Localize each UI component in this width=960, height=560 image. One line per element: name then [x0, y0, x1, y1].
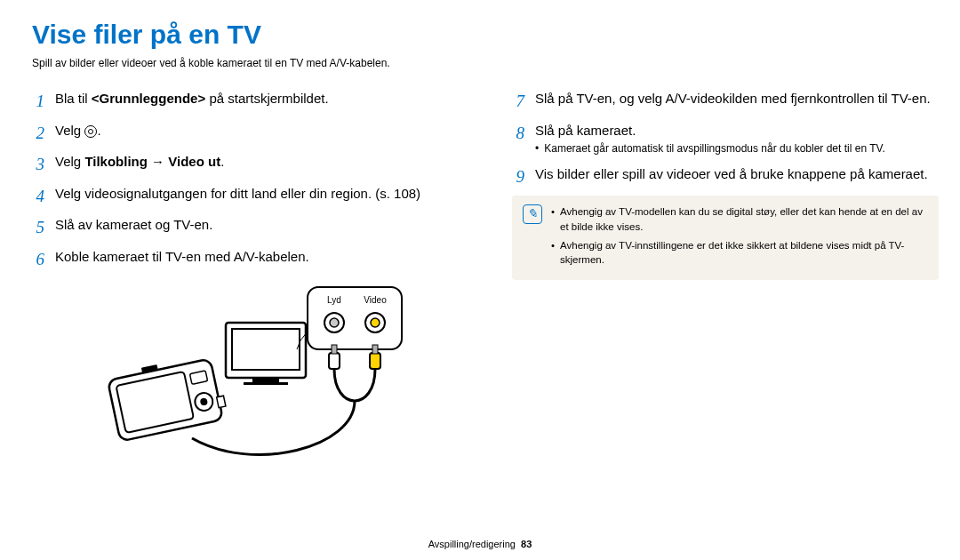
camera-icon [107, 353, 228, 442]
svg-rect-3 [244, 382, 288, 385]
right-column: 7 Slå på TV-en, og velg A/V-videokilden … [512, 89, 939, 513]
svg-rect-21 [217, 396, 226, 408]
note-list: Avhengig av TV-modellen kan du se digita… [551, 204, 928, 271]
steps-right: 7 Slå på TV-en, og velg A/V-videokilden … [512, 89, 939, 188]
step-pre: Velg [55, 154, 84, 169]
step-sub-bullet: Kameraet går automatisk til avspillingsm… [535, 141, 885, 156]
step-2: 2 Velg . [32, 121, 476, 146]
step-bold: Tilkobling → Video ut [84, 154, 220, 169]
content-columns: 1 Bla til <Grunnleggende> på startskjerm… [32, 89, 928, 513]
tv-icon [226, 323, 306, 385]
step-4: 4 Velg videosignalutgangen for ditt land… [32, 184, 476, 209]
step-number: 4 [32, 184, 44, 209]
step-text: Velg . [55, 121, 101, 140]
step-number: 8 [512, 121, 524, 146]
step-number: 2 [32, 121, 44, 146]
step-main: Slå på kameraet. [535, 123, 636, 138]
step-text: Koble kameraet til TV-en med A/V-kabelen… [55, 247, 309, 267]
page-subtitle: Spill av bilder eller videoer ved å kobl… [32, 57, 928, 69]
step-9: 9 Vis bilder eller spill av videoer ved … [512, 164, 939, 189]
step-bold: <Grunnleggende> [92, 91, 205, 106]
step-post: . [97, 123, 100, 138]
step-3: 3 Velg Tilkobling → Video ut. [32, 152, 476, 177]
note-item: Avhengig av TV-modellen kan du se digita… [551, 204, 928, 234]
connection-diagram: Lyd Video [76, 278, 414, 509]
step-text: Velg videosignalutgangen for ditt land e… [55, 184, 420, 204]
step-number: 5 [32, 215, 44, 240]
step-text: Bla til <Grunnleggende> på startskjermbi… [55, 89, 329, 108]
step-text: Vis bilder eller spill av videoer ved å … [535, 164, 928, 184]
steps-left: 1 Bla til <Grunnleggende> på startskjerm… [32, 89, 476, 271]
video-label: Video [364, 295, 387, 305]
note-text: Avhengig av TV-innstillingene er det ikk… [560, 238, 928, 268]
step-number: 9 [512, 164, 524, 189]
step-text: Slå av kameraet og TV-en. [55, 215, 212, 235]
step-text: Velg Tilkobling → Video ut. [55, 152, 224, 172]
step-number: 1 [32, 89, 44, 114]
note-item: Avhengig av TV-innstillingene er det ikk… [551, 238, 928, 268]
step-5: 5 Slå av kameraet og TV-en. [32, 215, 476, 240]
svg-rect-11 [329, 353, 340, 369]
svg-rect-2 [252, 378, 279, 382]
footer-section: Avspilling/redigering [428, 539, 516, 549]
note-box: ✎ Avhengig av TV-modellen kan du se digi… [512, 196, 939, 280]
step-text: Slå på TV-en, og velg A/V-videokilden me… [535, 89, 931, 108]
audio-label: Lyd [327, 295, 341, 305]
page-footer: Avspilling/redigering 83 [0, 539, 960, 549]
settings-icon [84, 125, 97, 138]
step-pre: Velg [55, 123, 84, 138]
svg-rect-14 [372, 345, 378, 354]
step-post: på startskjermbildet. [205, 91, 328, 106]
svg-rect-4 [308, 287, 402, 349]
step-sub-text: Kameraet går automatisk til avspillingsm… [544, 141, 885, 156]
step-post: . [220, 154, 224, 169]
note-icon: ✎ [523, 204, 542, 224]
svg-point-10 [371, 318, 380, 327]
svg-rect-1 [232, 329, 300, 370]
step-6: 6 Koble kameraet til TV-en med A/V-kabel… [32, 247, 476, 272]
step-number: 7 [512, 89, 524, 114]
step-7: 7 Slå på TV-en, og velg A/V-videokilden … [512, 89, 939, 114]
footer-page-number: 83 [521, 539, 532, 549]
page-title: Vise filer på en TV [32, 20, 928, 50]
left-column: 1 Bla til <Grunnleggende> på startskjerm… [32, 89, 476, 513]
svg-rect-13 [370, 353, 380, 369]
step-number: 6 [32, 247, 44, 272]
step-text: Slå på kameraet. Kameraet går automatisk… [535, 121, 885, 157]
step-pre: Bla til [55, 91, 92, 106]
step-8: 8 Slå på kameraet. Kameraet går automati… [512, 121, 939, 157]
svg-point-8 [330, 318, 339, 327]
step-1: 1 Bla til <Grunnleggende> på startskjerm… [32, 89, 476, 114]
step-number: 3 [32, 152, 44, 177]
note-text: Avhengig av TV-modellen kan du se digita… [560, 204, 928, 234]
svg-rect-12 [332, 345, 337, 354]
